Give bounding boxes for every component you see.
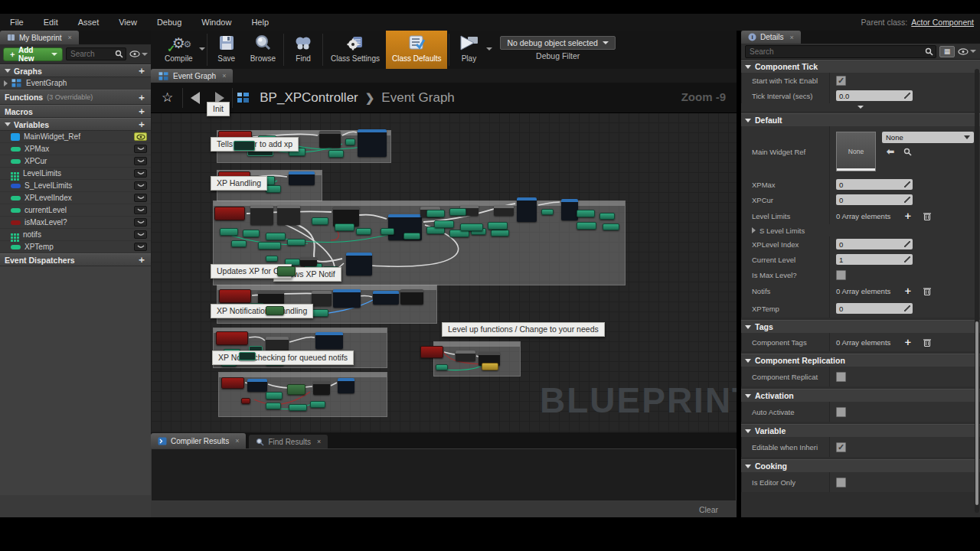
trash-icon[interactable] [923, 338, 931, 347]
graph-node[interactable] [338, 378, 354, 393]
number-field[interactable]: 0 [836, 194, 913, 205]
eye-closed-icon[interactable] [134, 145, 147, 153]
section-header[interactable]: Activation [741, 389, 980, 402]
graph-node[interactable] [313, 381, 330, 395]
comment-bubble-init[interactable]: Init [207, 102, 230, 116]
section-graphs[interactable]: Graphs ＋ [0, 64, 151, 77]
graph-node[interactable] [319, 131, 341, 148]
tab-details[interactable]: i Details × [741, 31, 801, 44]
graph-node[interactable] [287, 239, 305, 246]
graph-node[interactable] [266, 233, 286, 240]
graph-node[interactable] [266, 392, 283, 399]
sidebar-item-variable[interactable]: XPLevelIndex [0, 192, 151, 204]
property-matrix-button[interactable]: ▦ [939, 46, 955, 57]
menu-asset[interactable]: Asset [68, 18, 109, 27]
trash-icon[interactable] [923, 212, 931, 220]
graph-node[interactable] [345, 139, 355, 145]
eye-closed-icon[interactable] [134, 243, 147, 251]
section-functions[interactable]: Functions (3 Overridable) ＋ [0, 90, 151, 105]
graph-node[interactable] [599, 213, 615, 220]
graph-node[interactable] [234, 141, 255, 151]
close-icon[interactable]: × [222, 72, 226, 80]
checkbox[interactable]: ✓ [836, 407, 846, 417]
graph-node[interactable] [243, 230, 260, 237]
number-field[interactable]: 0.0 [836, 90, 913, 101]
graph-node[interactable] [266, 403, 281, 409]
graph-node[interactable] [482, 363, 498, 370]
comment-bubble-notifications-handling[interactable]: XP Notifications Handling [211, 304, 313, 318]
graph-node[interactable] [266, 256, 278, 262]
spinner-icon[interactable] [904, 93, 910, 99]
tab-my-blueprint[interactable]: My Blueprint × [0, 31, 79, 44]
graph-node[interactable] [400, 289, 423, 305]
sidebar-item-eventgraph[interactable]: EventGraph [0, 77, 151, 90]
graph-node[interactable] [517, 197, 537, 222]
graph-node[interactable] [315, 332, 343, 349]
graph-node[interactable] [420, 346, 443, 358]
graph-node[interactable] [488, 222, 508, 230]
checkbox[interactable]: ✓ [836, 478, 846, 487]
number-field[interactable]: 0 [836, 303, 913, 314]
graph-node[interactable] [231, 240, 247, 247]
number-field[interactable]: 0 [836, 239, 913, 249]
checkbox[interactable]: ✓ [836, 270, 846, 280]
section-header[interactable]: Variable [741, 424, 980, 437]
class-defaults-button[interactable]: Class Defaults [386, 31, 447, 69]
sidebar-item-variable[interactable]: LevelLimits [0, 168, 151, 180]
sidebar-item-variable[interactable]: currentLevel [0, 204, 151, 217]
checkbox[interactable]: ✓ [836, 76, 846, 86]
trash-icon[interactable] [923, 287, 931, 295]
graph-node[interactable] [434, 220, 454, 228]
comment-bubble-queued-notifs[interactable]: XP Notifs checking for queued notifs [212, 350, 354, 365]
visibility-filter-button[interactable] [129, 51, 148, 57]
graph-node[interactable] [277, 266, 296, 276]
compile-options-arrow[interactable] [199, 47, 205, 51]
eye-closed-icon[interactable] [134, 181, 147, 190]
find-button[interactable]: Find [286, 31, 321, 69]
graph-node[interactable] [289, 404, 307, 411]
use-selected-icon[interactable]: ⬅ [887, 146, 894, 157]
graph-node[interactable] [403, 233, 420, 240]
comment-bubble-xp-handling[interactable]: XP Handling [211, 176, 267, 191]
graph-node[interactable] [373, 291, 399, 305]
section-header[interactable]: Tags [741, 320, 980, 333]
number-field[interactable]: 0 [836, 179, 913, 190]
section-variables[interactable]: Variables ＋ [0, 118, 151, 131]
menu-help[interactable]: Help [241, 18, 279, 27]
eye-closed-icon[interactable] [134, 157, 147, 165]
spinner-icon[interactable] [904, 305, 910, 311]
graph-node[interactable] [456, 350, 475, 361]
graph-node[interactable] [266, 185, 281, 193]
graph-node[interactable] [214, 207, 245, 220]
add-dispatcher-button[interactable]: ＋ [137, 253, 146, 266]
sidebar-item-variable[interactable]: isMaxLevel? [0, 217, 151, 229]
graph-node[interactable] [247, 379, 267, 392]
eye-closed-icon[interactable] [134, 218, 147, 227]
add-variable-button[interactable]: ＋ [137, 118, 146, 131]
number-field[interactable]: 1 [836, 254, 913, 265]
spinner-icon[interactable] [904, 256, 910, 262]
graph-node[interactable] [494, 205, 514, 216]
view-options-button[interactable] [958, 48, 976, 55]
comment-bubble-level-up[interactable]: Level up functions / Change to your need… [442, 322, 605, 337]
graph-node[interactable] [460, 223, 483, 231]
graph-node[interactable] [381, 228, 394, 235]
graph-node[interactable] [312, 217, 328, 225]
parent-class-link[interactable]: Actor Component [911, 18, 974, 27]
graph-node[interactable] [436, 364, 448, 370]
graph-node[interactable] [577, 210, 595, 217]
section-header[interactable]: Cooking [741, 459, 980, 472]
menu-window[interactable]: Window [191, 18, 241, 27]
asset-dropdown[interactable]: None [882, 132, 974, 143]
sidebar-item-variable[interactable]: MainWidget_Ref [0, 131, 151, 143]
graph-node[interactable] [333, 289, 361, 308]
close-icon[interactable]: × [790, 34, 794, 41]
play-button[interactable]: Play [451, 31, 486, 69]
clear-button[interactable]: Clear [699, 505, 718, 514]
tab-event-graph[interactable]: Event Graph × [151, 69, 233, 83]
debug-object-dropdown[interactable]: No debug object selected [500, 36, 616, 50]
section-header[interactable]: Default [741, 113, 980, 126]
menu-view[interactable]: View [109, 18, 147, 27]
checkbox[interactable]: ✓ [836, 442, 846, 452]
blueprint-search[interactable] [66, 47, 126, 60]
